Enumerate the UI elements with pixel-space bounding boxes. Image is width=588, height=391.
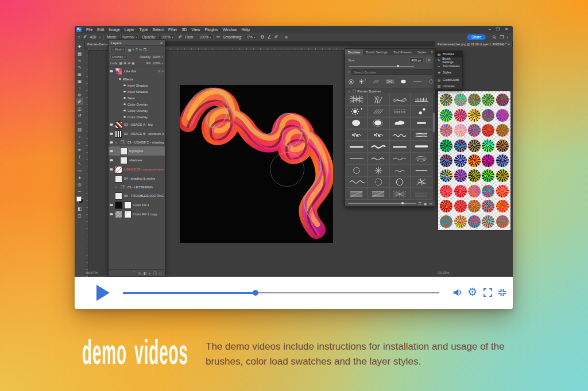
minimize-button[interactable]: – <box>489 27 491 32</box>
workspace-icon[interactable]: ❒ <box>500 34 504 40</box>
visibility-eye-icon[interactable] <box>110 159 113 161</box>
blend-mode-select[interactable]: Overlay ▾ <box>110 54 127 60</box>
layer-thumbnail[interactable] <box>115 192 122 200</box>
chevron-icon[interactable]: > <box>115 185 118 189</box>
menu-plugins[interactable]: Plugins <box>203 28 220 32</box>
visibility-eye-icon[interactable] <box>110 168 113 171</box>
brushes-scrollbar[interactable] <box>433 94 435 200</box>
layer-thumbnail[interactable] <box>115 130 122 138</box>
share-button[interactable]: Share <box>467 34 486 40</box>
brush-noise-patch[interactable] <box>411 129 432 141</box>
brush-texture[interactable] <box>346 188 368 200</box>
settings-gear-icon[interactable]: ⚙ <box>467 287 477 298</box>
layers-footer-icon-5[interactable]: ▭ <box>158 271 162 275</box>
layer-thumbnail[interactable] <box>115 211 122 218</box>
brush-splat[interactable] <box>368 129 389 141</box>
tab-close-icon[interactable]: × <box>508 42 510 46</box>
layer-effect-row[interactable]: Effects <box>109 76 165 82</box>
size-value-field[interactable]: 400 px <box>409 57 424 63</box>
menu-edit[interactable]: Edit <box>95 28 106 32</box>
footer-slider-knob[interactable] <box>401 202 404 204</box>
lock-icon-2[interactable]: ⊕ <box>127 61 130 65</box>
brush-fuzzy-blob[interactable] <box>368 117 389 129</box>
effect-eye-icon[interactable] <box>123 91 126 92</box>
layer-effect-row[interactable]: Color Overlay <box>109 114 165 120</box>
menu-type[interactable]: Type <box>137 28 150 32</box>
slider-knob[interactable] <box>397 65 399 67</box>
lasso-tool[interactable]: ∿ <box>76 57 83 64</box>
brush-dash[interactable] <box>411 117 432 129</box>
history-brush-tool[interactable]: ↺ <box>76 112 83 119</box>
filter-kind-select[interactable]: ⌕ Kind ▾ <box>110 47 126 52</box>
brush-rough-dash[interactable] <box>346 141 368 153</box>
color-swatches[interactable] <box>76 196 83 203</box>
brush-wave[interactable] <box>346 176 368 188</box>
fx-badge[interactable]: fx ∨ <box>158 69 164 73</box>
pressure-size-icon[interactable]: ✐ <box>274 34 278 40</box>
zoom-level-right[interactable]: 33.33% <box>438 271 449 274</box>
eraser-tool[interactable]: ▱ <box>76 119 83 126</box>
smoothing-select[interactable]: 0% ▾ <box>245 34 257 40</box>
menu-help[interactable]: Help <box>239 28 252 32</box>
recent-brush-line[interactable] <box>412 79 423 85</box>
layer-effect-row[interactable]: Satin <box>109 95 165 101</box>
scrollbar-thumb[interactable] <box>433 113 435 132</box>
brushes-tab-brush-settings[interactable]: Brush Settings <box>363 49 390 55</box>
dock-item-styles[interactable]: ◈Styles <box>435 69 462 76</box>
visibility-eye-icon[interactable] <box>110 150 113 152</box>
layer-row[interactable]: Color Fill 1 copy <box>109 210 165 219</box>
brush-wavy-line[interactable] <box>368 153 389 165</box>
crop-tool[interactable]: ⊞ <box>76 71 83 78</box>
size-slider[interactable] <box>349 64 431 68</box>
brushes-tab-brushes[interactable]: Brushes <box>345 49 363 55</box>
brush-preset-icon[interactable]: ✐ <box>83 34 87 40</box>
tab-painter-swatches[interactable]: Painter-swatches.png @ 33.3% (Layer 1, R… <box>435 41 513 47</box>
brush-blob[interactable] <box>346 117 368 129</box>
effect-eye-icon[interactable] <box>119 78 121 80</box>
recent-brush-dot-burst[interactable] <box>357 79 368 85</box>
layer-row[interactable]: 03 - USAGE A - big <box>109 120 165 129</box>
brush-rough-dash[interactable] <box>389 141 411 153</box>
dock-item-libraries[interactable]: ▥Libraries <box>435 83 462 90</box>
home-icon[interactable]: ⌂ <box>78 34 80 40</box>
brush-dash-ring[interactable] <box>346 164 368 176</box>
layers-footer-icon-0[interactable]: ⌒ <box>133 270 136 276</box>
frame-tool[interactable]: ▣ <box>76 78 83 84</box>
layer-row[interactable]: 06 - TROUBLESHOOTING <box>109 191 165 200</box>
play-button[interactable] <box>96 285 110 301</box>
layer-thumbnail[interactable] <box>115 202 122 209</box>
recent-brush-blob[interactable] <box>399 79 409 85</box>
layer-thumbnail[interactable] <box>115 166 122 173</box>
visibility-eye-icon[interactable] <box>110 213 113 215</box>
volume-icon[interactable] <box>452 288 463 299</box>
lock-icon-0[interactable]: ▦ <box>119 61 122 65</box>
brush-scribble[interactable] <box>389 129 411 141</box>
fill-field[interactable]: Fill: 100% <box>146 61 161 65</box>
visibility-eye-icon[interactable] <box>110 133 113 135</box>
visibility-eye-icon[interactable] <box>110 141 113 144</box>
effect-eye-icon[interactable] <box>123 103 126 105</box>
flow-select[interactable]: 100% ▾ <box>197 34 214 40</box>
layer-thumbnail[interactable] <box>115 68 122 75</box>
brushes-tab-styles[interactable]: Styles <box>415 49 430 55</box>
effect-eye-icon[interactable] <box>123 116 126 118</box>
brush-dot-scribble[interactable] <box>389 153 411 165</box>
recent-brush-hatch[interactable] <box>371 79 381 85</box>
panel-menu-icon[interactable]: ≡ <box>160 41 163 45</box>
brush-dot-rows[interactable] <box>389 106 411 118</box>
footer-slider[interactable] <box>348 203 416 204</box>
canvas[interactable] <box>180 85 333 243</box>
layer-thumbnail[interactable] <box>120 157 127 164</box>
layer-mask-thumbnail[interactable] <box>124 202 131 209</box>
exit-fullscreen-icon[interactable] <box>498 288 506 299</box>
effect-eye-icon[interactable] <box>123 110 126 111</box>
layer-row[interactable]: USAGE 02 - pressure sensitiv... <box>109 165 165 174</box>
dock-item-tool-presets[interactable]: ✂Tool Presets <box>435 63 462 69</box>
filter-icon-0[interactable]: ▦ <box>128 48 131 52</box>
brush-chunk[interactable] <box>411 141 432 153</box>
brush-scratch[interactable] <box>389 94 411 106</box>
dock-item-guideguide[interactable]: ⊞GuideGuide <box>435 77 462 83</box>
visibility-eye-icon[interactable] <box>110 204 113 206</box>
dodge-tool[interactable]: ◐ <box>76 140 83 146</box>
menu-window[interactable]: Window <box>220 28 239 32</box>
